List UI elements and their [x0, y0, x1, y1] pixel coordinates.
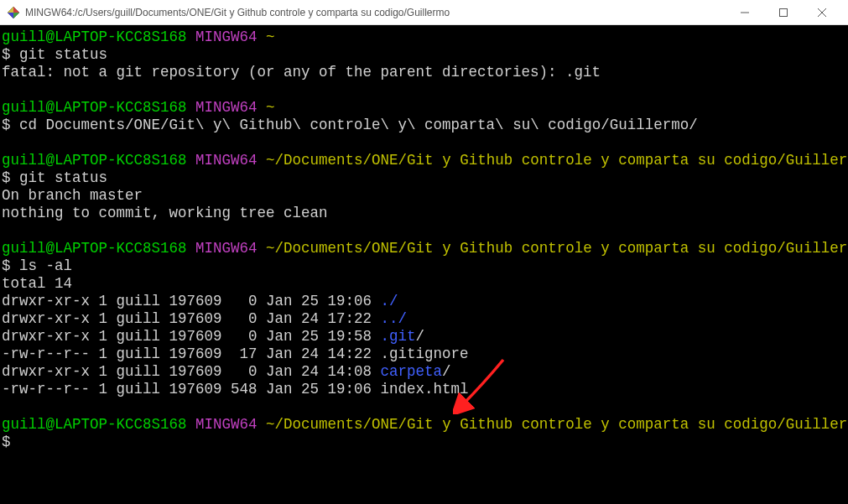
svg-marker-4 [8, 7, 13, 13]
ls-row: drwxr-xr-x 1 guill 197609 0 Jan 25 19:06 [2, 293, 381, 309]
app-icon [7, 6, 20, 19]
cmd-cd: cd Documents/ONE/Git\ y\ Github\ control… [19, 117, 698, 133]
terminal[interactable]: guill@LAPTOP-KCC8S168 MINGW64 ~ $ git st… [0, 25, 848, 504]
maximize-button[interactable] [764, 0, 803, 25]
ls-dir: ./ [381, 293, 398, 309]
output-fatal: fatal: not a git repository (or any of t… [2, 64, 601, 81]
ls-row: drwxr-xr-x 1 guill 197609 0 Jan 24 14:08 [2, 363, 381, 380]
ls-row: -rw-r--r-- 1 guill 197609 548 Jan 25 19:… [2, 381, 469, 397]
prompt-sigil: $ [2, 169, 11, 186]
prompt-user: guill@LAPTOP-KCC8S168 [2, 416, 187, 433]
prompt-path: ~ [266, 29, 275, 45]
prompt-path: ~ [266, 99, 275, 116]
ls-row: drwxr-xr-x 1 guill 197609 0 Jan 24 17:22 [2, 310, 381, 327]
ls-slash: / [416, 328, 425, 345]
prompt-sys: MINGW64 [195, 152, 258, 169]
ls-slash: / [442, 363, 451, 380]
prompt-sys: MINGW64 [195, 99, 258, 116]
window-title: MINGW64:/c/Users/guill/Documents/ONE/Git… [25, 7, 726, 18]
ls-dir: ../ [381, 310, 408, 327]
prompt-sys: MINGW64 [195, 240, 258, 257]
minimize-button[interactable] [726, 0, 764, 25]
prompt-sys: MINGW64 [195, 416, 258, 433]
prompt-path: ~/Documents/ONE/Git y Github controle y … [266, 416, 848, 433]
prompt-user: guill@LAPTOP-KCC8S168 [2, 240, 187, 257]
prompt-user: guill@LAPTOP-KCC8S168 [2, 99, 187, 116]
output-nothing: nothing to commit, working tree clean [2, 205, 328, 221]
prompt-path: ~/Documents/ONE/Git y Github controle y … [266, 152, 848, 169]
ls-dir: carpeta [381, 363, 443, 380]
prompt-sigil: $ [2, 117, 11, 133]
titlebar: MINGW64:/c/Users/guill/Documents/ONE/Git… [0, 0, 848, 25]
ls-dir: .git [381, 328, 416, 345]
cmd-ls: ls -al [19, 257, 72, 274]
ls-total: total 14 [2, 275, 72, 292]
prompt-path: ~/Documents/ONE/Git y Github controle y … [266, 240, 848, 257]
window-controls [726, 0, 841, 25]
prompt-sys: MINGW64 [195, 29, 258, 45]
prompt-sigil: $ [2, 434, 11, 450]
output-branch: On branch master [2, 187, 143, 204]
close-button[interactable] [803, 0, 841, 25]
ls-row: drwxr-xr-x 1 guill 197609 0 Jan 25 19:58 [2, 328, 381, 345]
svg-rect-6 [780, 8, 788, 16]
app-window: MINGW64:/c/Users/guill/Documents/ONE/Git… [0, 0, 848, 504]
cmd-git-status: git status [19, 46, 107, 63]
prompt-sigil: $ [2, 46, 11, 63]
ls-row: -rw-r--r-- 1 guill 197609 17 Jan 24 14:2… [2, 346, 469, 362]
prompt-user: guill@LAPTOP-KCC8S168 [2, 152, 187, 169]
prompt-user: guill@LAPTOP-KCC8S168 [2, 29, 187, 45]
prompt-sigil: $ [2, 257, 11, 274]
cmd-git-status: git status [19, 169, 107, 186]
